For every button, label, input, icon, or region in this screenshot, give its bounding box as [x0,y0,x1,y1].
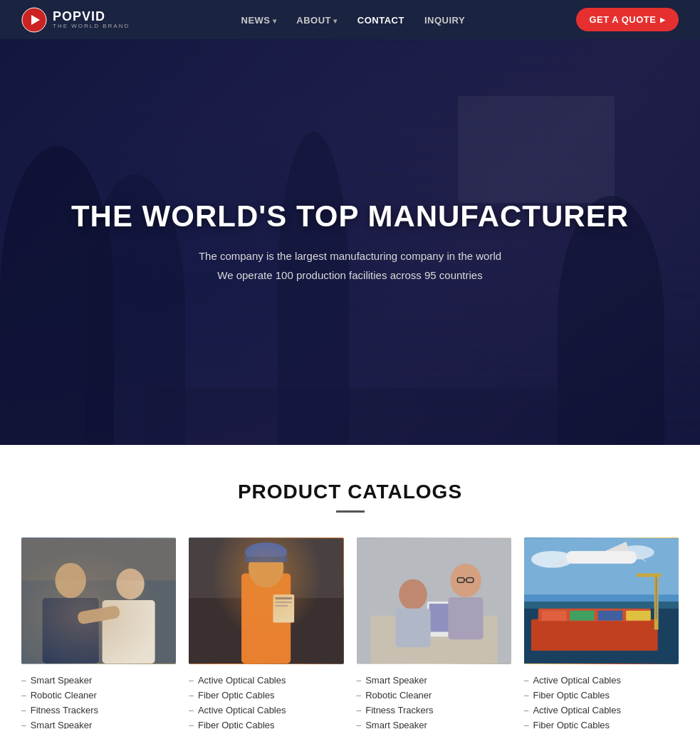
catalog-image-worker [189,537,343,664]
nav-links: NEWS ABOUT CONTACT INQUIRY [241,14,466,26]
catalog-card-4: Active Optical Cables Fiber Optic Cables… [524,537,679,729]
catalog-image-cargo [524,537,679,664]
list-item[interactable]: Active Optical Cables [189,673,343,688]
list-item[interactable]: Smart Speaker [357,718,511,729]
svg-rect-10 [189,538,343,664]
logo[interactable]: POPVID THE WORLD BRAND [21,7,130,33]
catalog-card-2: Active Optical Cables Fiber Optic Cables… [189,537,343,729]
svg-rect-49 [626,611,651,621]
catalogs-section: PRODUCT CATALOGS [0,445,700,729]
svg-rect-17 [245,557,287,562]
hero-subtitle: The company is the largest manufacturing… [71,246,629,285]
svg-point-29 [450,564,481,597]
handshake-svg [21,537,176,664]
svg-rect-14 [241,573,291,663]
svg-point-6 [116,569,145,599]
svg-rect-9 [21,538,176,580]
nav-item-news[interactable]: NEWS [241,14,277,26]
cargo-svg [524,537,679,664]
svg-rect-20 [276,602,293,603]
list-item[interactable]: Smart Speaker [21,673,176,688]
list-item[interactable]: Robotic Cleaner [21,688,176,703]
svg-rect-5 [43,598,99,664]
nav-link-inquiry[interactable]: INQUIRY [424,15,465,26]
svg-point-16 [245,542,287,562]
svg-rect-3 [21,538,176,664]
list-item[interactable]: Fiber Optic Cables [189,688,343,703]
svg-rect-21 [276,605,288,607]
catalog-card-3: Smart Speaker Robotic Cleaner Fitness Tr… [357,537,511,729]
hero-section: THE WORLD'S TOP MANUFACTURER The company… [0,39,700,445]
catalog-grid: Smart Speaker Robotic Cleaner Fitness Tr… [21,537,679,729]
catalog-image-handshake [21,537,176,664]
list-item[interactable]: Smart Speaker [357,673,511,688]
list-item[interactable]: Fitness Trackers [21,703,176,718]
svg-rect-13 [189,587,343,598]
get-quote-button[interactable]: GET A QUOTE [576,8,679,31]
svg-point-27 [399,579,427,609]
svg-rect-48 [597,611,622,621]
list-item[interactable]: Fitness Trackers [357,703,511,718]
svg-rect-18 [273,594,295,623]
nav-link-news[interactable]: NEWS [241,15,277,26]
svg-rect-47 [570,611,595,621]
list-item[interactable]: Active Optical Cables [189,703,343,718]
section-title: PRODUCT CATALOGS [21,481,679,503]
nav-item-about[interactable]: ABOUT [296,14,338,26]
svg-rect-12 [189,594,343,664]
svg-rect-11 [189,538,343,664]
list-item[interactable]: Robotic Cleaner [357,688,511,703]
list-item[interactable]: Fiber Optic Cables [189,718,343,729]
catalog-card-1: Smart Speaker Robotic Cleaner Fitness Tr… [21,537,176,729]
office-svg [357,537,511,664]
svg-rect-8 [77,605,120,625]
worker-svg [189,537,343,664]
nav-item-contact[interactable]: CONTACT [357,14,404,26]
svg-rect-46 [541,611,566,621]
nav-link-about[interactable]: ABOUT [296,15,338,26]
svg-rect-30 [448,597,483,639]
hero-title: THE WORLD'S TOP MANUFACTURER [71,199,629,234]
list-item[interactable]: Smart Speaker [21,718,176,729]
svg-rect-38 [566,551,637,564]
nav-item-inquiry[interactable]: INQUIRY [424,14,465,26]
svg-point-15 [249,548,283,587]
section-divider-line [336,510,365,513]
svg-rect-28 [395,609,430,647]
catalog-list-3: Smart Speaker Robotic Cleaner Fitness Tr… [357,673,511,729]
svg-rect-19 [276,597,293,599]
list-item[interactable]: Active Optical Cables [524,673,679,688]
catalog-list-1: Smart Speaker Robotic Cleaner Fitness Tr… [21,673,176,729]
nav-link-contact[interactable]: CONTACT [357,15,404,26]
hero-subtitle-line1: The company is the largest manufacturing… [71,246,629,266]
hero-content: THE WORLD'S TOP MANUFACTURER The company… [43,199,657,285]
list-item[interactable]: Active Optical Cables [524,703,679,718]
catalog-list-2: Active Optical Cables Fiber Optic Cables… [189,673,343,729]
list-item[interactable]: Fiber Optic Cables [524,718,679,729]
catalog-list-4: Active Optical Cables Fiber Optic Cables… [524,673,679,729]
logo-icon [21,7,47,33]
svg-point-4 [55,563,85,598]
logo-text: POPVID THE WORLD BRAND [53,10,130,29]
catalog-image-office [357,537,511,664]
svg-rect-51 [637,573,662,577]
list-item[interactable]: Fiber Optic Cables [524,688,679,703]
navbar: POPVID THE WORLD BRAND NEWS ABOUT CONTAC… [0,0,700,39]
svg-rect-44 [531,619,658,651]
hero-subtitle-line2: We operate 100 production facilities acr… [71,266,629,285]
svg-rect-7 [103,600,155,664]
svg-rect-2 [21,538,176,664]
